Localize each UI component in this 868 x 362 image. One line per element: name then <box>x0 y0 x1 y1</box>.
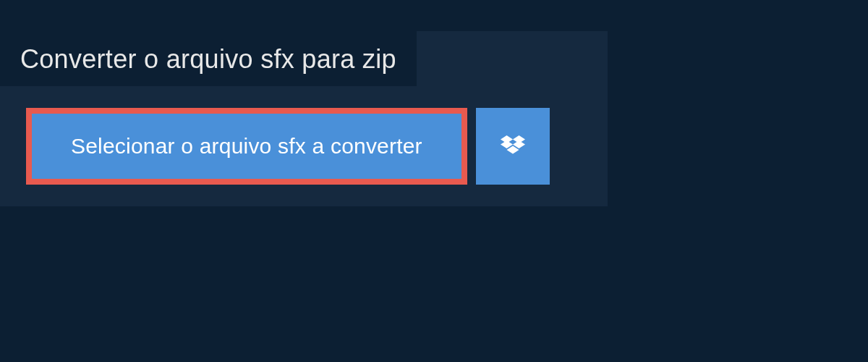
converter-panel: Converter o arquivo sfx para zip Selecio… <box>0 31 608 206</box>
select-file-button[interactable]: Selecionar o arquivo sfx a converter <box>26 108 467 185</box>
header-bar: Converter o arquivo sfx para zip <box>0 31 417 86</box>
dropbox-button[interactable] <box>476 108 550 185</box>
dropbox-icon <box>501 135 525 157</box>
select-file-label: Selecionar o arquivo sfx a converter <box>71 134 422 159</box>
action-button-row: Selecionar o arquivo sfx a converter <box>26 108 608 185</box>
page-title: Converter o arquivo sfx para zip <box>20 44 396 75</box>
